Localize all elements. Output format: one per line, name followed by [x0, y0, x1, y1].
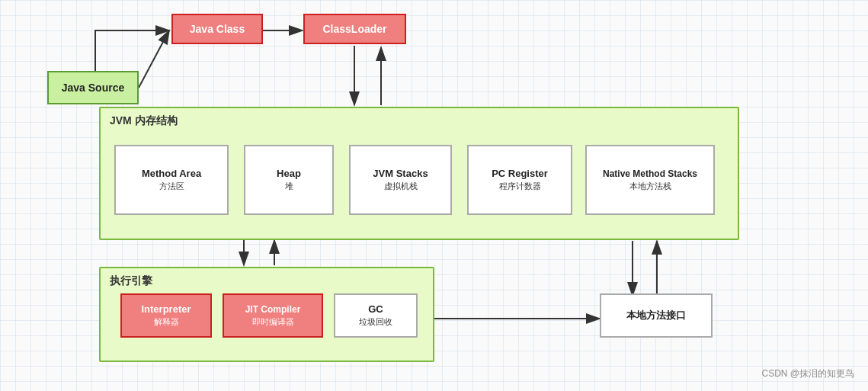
svg-line-2	[139, 30, 169, 88]
interpreter-box: Interpreter 解释器	[120, 293, 212, 338]
jvm-memory-label: JVM 内存结构	[110, 114, 178, 128]
classloader-box: ClassLoader	[303, 14, 406, 44]
native-interface-box: 本地方法接口	[600, 293, 713, 338]
execution-engine-label: 执行引擎	[110, 274, 152, 288]
java-class-box: Java Class	[171, 14, 263, 44]
native-method-stacks-box: Native Method Stacks 本地方法栈	[585, 145, 715, 215]
heap-box: Heap 堆	[244, 145, 334, 215]
gc-box: GC 垃圾回收	[334, 293, 418, 338]
java-source-box: Java Source	[47, 71, 139, 104]
jit-compiler-box: JIT Compiler 即时编译器	[223, 293, 323, 338]
diagram-container: JVM 内存结构 执行引擎 Java Source Java Class Cla…	[0, 0, 868, 391]
jvm-stacks-box: JVM Stacks 虚拟机栈	[349, 145, 452, 215]
watermark: CSDN @抹泪的知更鸟	[761, 367, 854, 380]
pc-register-box: PC Register 程序计数器	[467, 145, 572, 215]
method-area-box: Method Area 方法区	[114, 145, 229, 215]
